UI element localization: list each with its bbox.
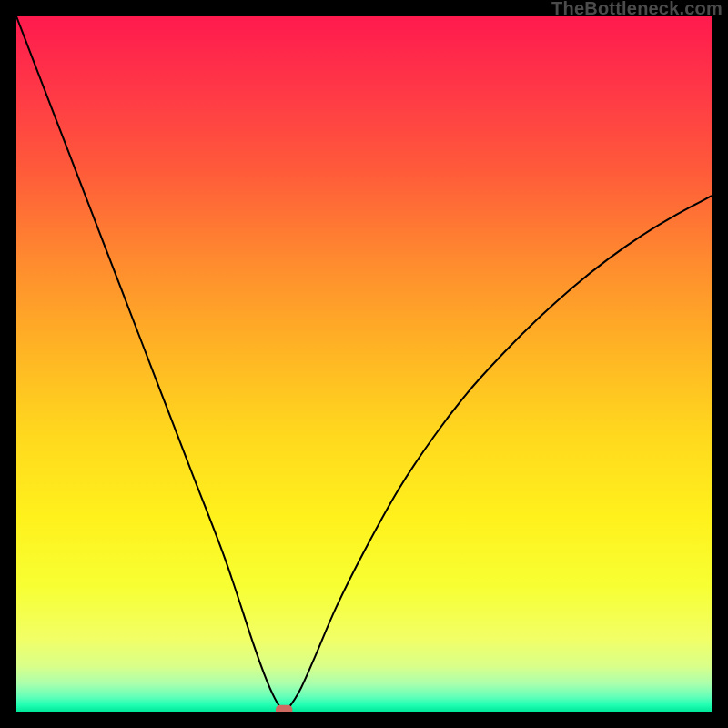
gradient-background: [16, 16, 712, 712]
plot-area: [16, 16, 712, 712]
optimal-marker: [276, 705, 292, 712]
chart-frame: TheBottleneck.com: [0, 0, 728, 728]
chart-svg: [16, 16, 712, 712]
